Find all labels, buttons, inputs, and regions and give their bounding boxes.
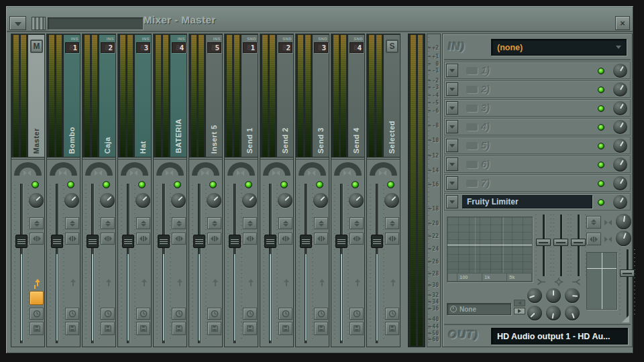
eq-knob-1[interactable] xyxy=(527,288,542,303)
stereo-separation-knob[interactable] xyxy=(278,193,292,208)
resize-grip[interactable] xyxy=(622,315,629,322)
swap-channels-button[interactable] xyxy=(30,217,44,229)
mute-led[interactable] xyxy=(280,181,288,188)
volume-fader[interactable] xyxy=(85,184,100,343)
swap-channels-button[interactable] xyxy=(172,217,186,229)
speaker-button[interactable] xyxy=(65,233,79,245)
eq-mid-slider[interactable] xyxy=(553,215,569,276)
mute-led[interactable] xyxy=(174,181,181,188)
slot-mix-knob[interactable] xyxy=(613,158,627,172)
speaker-button[interactable] xyxy=(172,233,186,245)
slot-enable-led[interactable] xyxy=(598,162,604,168)
low-shelf-icon[interactable] xyxy=(536,277,547,286)
swap-channels-button[interactable] xyxy=(314,217,328,229)
clock-button[interactable] xyxy=(65,308,79,320)
strip-label-area[interactable]: SND 881 Send 1 xyxy=(241,35,258,157)
volume-fader[interactable] xyxy=(121,184,136,343)
stereo-separation-knob[interactable] xyxy=(313,193,328,208)
mixer-strip-selected[interactable]: S Selected xyxy=(366,34,400,347)
mixer-strip-send-4[interactable]: SND 884 Send 4 xyxy=(331,34,365,347)
clock-button[interactable] xyxy=(207,308,221,320)
pan-knob-right-panel[interactable] xyxy=(616,214,631,229)
volume-fader[interactable] xyxy=(334,184,349,343)
route-arrow-icon[interactable] xyxy=(139,279,148,288)
fx-button[interactable] xyxy=(350,291,364,305)
eq-knob-3[interactable] xyxy=(565,288,580,303)
fader-handle[interactable] xyxy=(264,235,276,248)
mute-led[interactable] xyxy=(32,181,39,188)
volume-fader[interactable] xyxy=(192,184,207,343)
save-disk-button[interactable] xyxy=(243,322,257,335)
eq-knob-2[interactable] xyxy=(546,288,561,303)
volume-fader[interactable] xyxy=(50,184,64,343)
mixer-strip-send-2[interactable]: SND 882 Send 2 xyxy=(260,34,294,347)
save-disk-button[interactable] xyxy=(278,322,292,335)
swap-channels-button[interactable] xyxy=(278,217,292,229)
stereo-separation-knob[interactable] xyxy=(171,193,186,208)
clock-button[interactable] xyxy=(172,308,186,320)
drag-grip[interactable] xyxy=(32,17,46,30)
slider-handle[interactable] xyxy=(571,239,586,246)
slot-enable-led[interactable] xyxy=(598,143,604,149)
eq-knob-6[interactable] xyxy=(565,306,580,320)
time-source-dropdown[interactable]: None xyxy=(447,303,511,315)
slot-mix-knob[interactable] xyxy=(613,176,627,190)
volume-fader[interactable] xyxy=(14,184,29,343)
swap-channels-button[interactable] xyxy=(586,216,601,229)
speaker-button[interactable] xyxy=(30,233,44,245)
strip-label-area[interactable]: S Selected xyxy=(384,35,400,157)
clock-button[interactable] xyxy=(243,308,257,320)
peak-band-icon[interactable] xyxy=(553,277,564,286)
fx-button[interactable] xyxy=(243,291,257,305)
eq-knob-4[interactable] xyxy=(527,306,542,320)
clock-button[interactable] xyxy=(350,308,364,320)
save-disk-button[interactable] xyxy=(314,322,328,335)
slot-menu-button[interactable] xyxy=(446,176,458,190)
mute-led[interactable] xyxy=(387,181,394,188)
save-disk-button[interactable] xyxy=(172,322,186,335)
slot-menu-button[interactable] xyxy=(446,139,458,152)
stereo-separation-knob[interactable] xyxy=(242,193,257,208)
route-arrow-icon[interactable] xyxy=(352,279,362,288)
slider-handle[interactable] xyxy=(553,239,568,246)
mute-led[interactable] xyxy=(316,181,323,188)
slot-mix-knob[interactable] xyxy=(613,82,627,97)
slot-menu-button[interactable] xyxy=(446,101,458,115)
fader-handle[interactable] xyxy=(193,235,205,248)
effect-slot[interactable]: 6) xyxy=(444,156,631,173)
strip-label-area[interactable]: INS 882 Caja xyxy=(99,35,115,157)
route-arrow-icon[interactable] xyxy=(281,279,290,288)
swap-channels-button[interactable] xyxy=(243,217,257,229)
swap-channels-button[interactable] xyxy=(385,217,399,229)
stereo-separation-knob[interactable] xyxy=(100,193,115,208)
clock-button[interactable] xyxy=(385,308,399,320)
stereo-separation-knob[interactable] xyxy=(207,193,221,208)
volume-fader[interactable] xyxy=(299,184,313,343)
swap-channels-button[interactable] xyxy=(136,217,150,229)
previous-arrow-button[interactable] xyxy=(514,300,525,306)
swap-channels-button[interactable] xyxy=(101,217,115,229)
eq-knob-5[interactable] xyxy=(546,306,561,320)
mixer-strip-bombo[interactable]: INS 881 Bombo xyxy=(46,34,80,347)
route-arrow-icon[interactable] xyxy=(103,279,113,288)
route-arrow-icon[interactable] xyxy=(68,279,77,288)
fader-handle[interactable] xyxy=(51,235,63,248)
mixer-strip-insert-5[interactable]: INS 885 Insert 5 xyxy=(189,34,223,347)
speaker-button[interactable] xyxy=(350,233,364,245)
fx-button[interactable] xyxy=(172,291,186,305)
fx-button[interactable] xyxy=(385,291,399,305)
slot-mix-knob[interactable] xyxy=(613,101,627,115)
effect-slot[interactable]: 4) xyxy=(444,118,631,135)
save-disk-button[interactable] xyxy=(65,322,79,335)
fader-handle[interactable] xyxy=(15,235,28,248)
swap-channels-button[interactable] xyxy=(65,217,79,229)
mixer-strip-send-1[interactable]: SND 881 Send 1 xyxy=(224,34,258,347)
mute-led[interactable] xyxy=(209,181,217,188)
fader-handle[interactable] xyxy=(371,235,383,248)
strip-label-area[interactable]: M Master xyxy=(28,35,44,157)
mixer-strip-caja[interactable]: INS 882 Caja xyxy=(82,34,116,347)
clock-button[interactable] xyxy=(136,308,150,320)
window-menu-button[interactable] xyxy=(9,16,26,30)
slot-menu-button[interactable] xyxy=(446,120,458,133)
speaker-button[interactable] xyxy=(314,233,328,245)
